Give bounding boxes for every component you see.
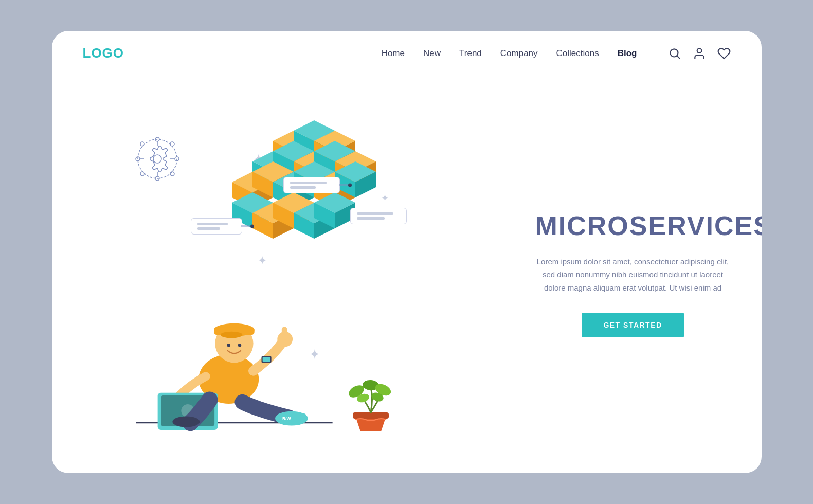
- nav-item-blog[interactable]: Blog: [618, 48, 637, 59]
- svg-point-79: [220, 331, 242, 338]
- main-card: LOGO Home New Trend Company Collections …: [52, 31, 762, 473]
- search-icon[interactable]: [668, 47, 681, 60]
- svg-text:R/W: R/W: [282, 416, 291, 421]
- nav-item-collections[interactable]: Collections: [556, 48, 599, 59]
- nav-icons: [668, 47, 731, 60]
- illustration: ✦ ✦ ✦ ✦ .face-top-teal { fill: #5acfcf; …: [109, 100, 458, 449]
- nav-item-trend[interactable]: Trend: [459, 48, 482, 59]
- svg-point-8: [140, 142, 144, 146]
- callout-right: [350, 208, 407, 224]
- svg-line-1: [677, 56, 680, 59]
- left-panel: ✦ ✦ ✦ ✦ .face-top-teal { fill: #5acfcf; …: [52, 76, 515, 473]
- callout-top: [283, 177, 340, 193]
- svg-point-81: [238, 344, 241, 347]
- svg-point-11: [170, 172, 174, 176]
- svg-point-0: [670, 49, 678, 57]
- hero-description: Lorem ipsum dolor sit amet, consectetuer…: [535, 255, 731, 295]
- user-icon[interactable]: [693, 47, 706, 60]
- svg-point-80: [227, 344, 230, 347]
- svg-point-10: [140, 172, 144, 176]
- gear-icon: [134, 136, 180, 182]
- navbar: LOGO Home New Trend Company Collections …: [52, 31, 762, 76]
- get-started-button[interactable]: GET STARTED: [582, 313, 683, 337]
- svg-rect-91: [277, 413, 306, 422]
- svg-point-9: [170, 142, 174, 146]
- nav-links: Home New Trend Company Collections Blog: [382, 48, 637, 59]
- callout-left: [191, 218, 242, 235]
- svg-rect-85: [262, 357, 270, 362]
- svg-point-89: [172, 416, 200, 427]
- svg-point-16: [153, 155, 161, 163]
- plant-illustration: [345, 372, 396, 439]
- nav-item-company[interactable]: Company: [500, 48, 538, 59]
- nav-item-home[interactable]: Home: [382, 48, 405, 59]
- svg-rect-93: [353, 412, 389, 419]
- person-illustration: R/W: [124, 264, 355, 439]
- nav-item-new[interactable]: New: [423, 48, 441, 59]
- svg-point-2: [697, 48, 701, 53]
- hero-title: MICROSERVICES: [535, 211, 731, 241]
- right-panel: MICROSERVICES Lorem ipsum dolor sit amet…: [515, 76, 762, 473]
- isometric-cubes: .face-top-teal { fill: #5acfcf; } .face-…: [222, 120, 396, 285]
- heart-icon[interactable]: [717, 47, 731, 60]
- svg-rect-83: [281, 327, 287, 340]
- logo[interactable]: LOGO: [83, 45, 124, 61]
- main-content: ✦ ✦ ✦ ✦ .face-top-teal { fill: #5acfcf; …: [52, 76, 762, 473]
